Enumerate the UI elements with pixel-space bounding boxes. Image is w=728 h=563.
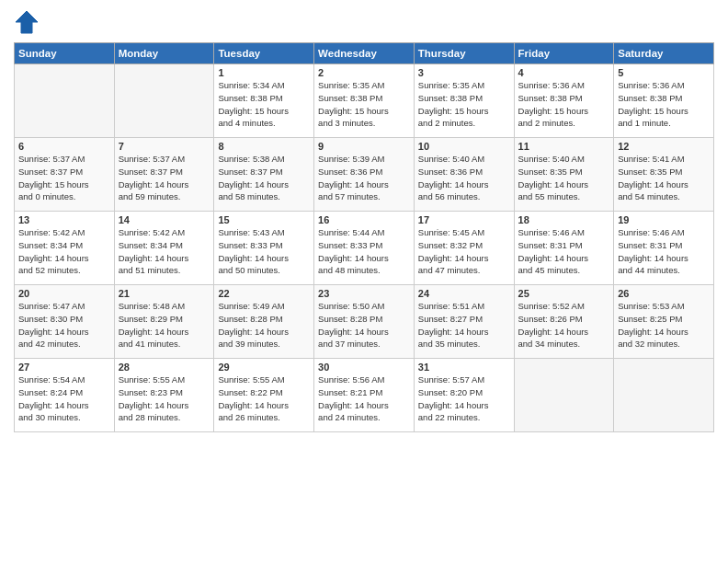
day-number: 7 (119, 141, 210, 152)
weekday-header: Saturday (614, 43, 714, 64)
calendar-cell: 5Sunrise: 5:36 AM Sunset: 8:38 PM Daylig… (614, 64, 714, 138)
calendar-cell: 29Sunrise: 5:55 AM Sunset: 8:22 PM Dayli… (214, 359, 314, 432)
calendar-table: SundayMondayTuesdayWednesdayThursdayFrid… (14, 42, 714, 432)
day-info: Sunrise: 5:49 AM Sunset: 8:28 PM Dayligh… (218, 300, 310, 350)
calendar-cell: 20Sunrise: 5:47 AM Sunset: 8:30 PM Dayli… (15, 285, 115, 359)
calendar-cell: 11Sunrise: 5:40 AM Sunset: 8:35 PM Dayli… (514, 138, 614, 212)
day-number: 9 (318, 141, 410, 152)
weekday-header: Tuesday (214, 43, 314, 64)
day-info: Sunrise: 5:50 AM Sunset: 8:28 PM Dayligh… (318, 300, 410, 350)
day-number: 3 (418, 67, 510, 78)
day-info: Sunrise: 5:40 AM Sunset: 8:36 PM Dayligh… (418, 153, 510, 203)
day-info: Sunrise: 5:39 AM Sunset: 8:36 PM Dayligh… (318, 153, 410, 203)
day-info: Sunrise: 5:54 AM Sunset: 8:24 PM Dayligh… (18, 373, 110, 424)
day-number: 8 (218, 141, 310, 152)
day-number: 4 (518, 67, 610, 78)
calendar-cell: 15Sunrise: 5:43 AM Sunset: 8:33 PM Dayli… (214, 212, 314, 285)
calendar-cell: 23Sunrise: 5:50 AM Sunset: 8:28 PM Dayli… (314, 285, 415, 359)
logo-icon (14, 9, 40, 35)
calendar-cell: 14Sunrise: 5:42 AM Sunset: 8:34 PM Dayli… (114, 212, 214, 285)
day-number: 16 (318, 214, 410, 225)
day-number: 31 (418, 362, 510, 373)
day-number: 23 (318, 288, 410, 299)
calendar-week-row: 6Sunrise: 5:37 AM Sunset: 8:37 PM Daylig… (15, 138, 714, 212)
calendar-cell: 2Sunrise: 5:35 AM Sunset: 8:38 PM Daylig… (314, 64, 415, 138)
day-number: 18 (518, 214, 610, 225)
day-number: 5 (618, 67, 710, 78)
day-number: 24 (418, 288, 510, 299)
day-info: Sunrise: 5:45 AM Sunset: 8:32 PM Dayligh… (418, 226, 510, 277)
day-info: Sunrise: 5:51 AM Sunset: 8:27 PM Dayligh… (418, 300, 510, 350)
day-info: Sunrise: 5:55 AM Sunset: 8:22 PM Dayligh… (218, 373, 310, 424)
logo (14, 9, 43, 35)
calendar-cell: 31Sunrise: 5:57 AM Sunset: 8:20 PM Dayli… (414, 359, 514, 432)
weekday-header: Monday (114, 43, 214, 64)
calendar-cell (114, 64, 214, 138)
day-number: 29 (218, 362, 310, 373)
weekday-header: Friday (514, 43, 614, 64)
day-info: Sunrise: 5:56 AM Sunset: 8:21 PM Dayligh… (318, 373, 410, 424)
day-info: Sunrise: 5:53 AM Sunset: 8:25 PM Dayligh… (618, 300, 710, 350)
calendar-week-row: 27Sunrise: 5:54 AM Sunset: 8:24 PM Dayli… (15, 359, 714, 432)
day-number: 1 (218, 67, 310, 78)
calendar-cell: 24Sunrise: 5:51 AM Sunset: 8:27 PM Dayli… (414, 285, 514, 359)
calendar-cell: 17Sunrise: 5:45 AM Sunset: 8:32 PM Dayli… (414, 212, 514, 285)
calendar-cell: 27Sunrise: 5:54 AM Sunset: 8:24 PM Dayli… (15, 359, 115, 432)
calendar-cell (15, 64, 115, 138)
day-info: Sunrise: 5:46 AM Sunset: 8:31 PM Dayligh… (618, 226, 710, 277)
day-info: Sunrise: 5:40 AM Sunset: 8:35 PM Dayligh… (518, 153, 610, 203)
calendar-cell: 7Sunrise: 5:37 AM Sunset: 8:37 PM Daylig… (114, 138, 214, 212)
calendar-cell: 6Sunrise: 5:37 AM Sunset: 8:37 PM Daylig… (15, 138, 115, 212)
day-number: 30 (318, 362, 410, 373)
day-number: 12 (618, 141, 710, 152)
day-info: Sunrise: 5:35 AM Sunset: 8:38 PM Dayligh… (318, 79, 410, 130)
day-number: 20 (18, 288, 110, 299)
day-info: Sunrise: 5:42 AM Sunset: 8:34 PM Dayligh… (119, 226, 210, 277)
calendar-cell: 12Sunrise: 5:41 AM Sunset: 8:35 PM Dayli… (614, 138, 714, 212)
calendar-cell: 21Sunrise: 5:48 AM Sunset: 8:29 PM Dayli… (114, 285, 214, 359)
page-header (14, 9, 714, 35)
day-number: 10 (418, 141, 510, 152)
day-number: 17 (418, 214, 510, 225)
calendar-cell: 22Sunrise: 5:49 AM Sunset: 8:28 PM Dayli… (214, 285, 314, 359)
day-info: Sunrise: 5:34 AM Sunset: 8:38 PM Dayligh… (218, 79, 310, 130)
calendar-cell: 4Sunrise: 5:36 AM Sunset: 8:38 PM Daylig… (514, 64, 614, 138)
day-number: 28 (119, 362, 210, 373)
day-number: 26 (618, 288, 710, 299)
calendar-cell: 19Sunrise: 5:46 AM Sunset: 8:31 PM Dayli… (614, 212, 714, 285)
calendar-cell: 16Sunrise: 5:44 AM Sunset: 8:33 PM Dayli… (314, 212, 415, 285)
calendar-cell: 28Sunrise: 5:55 AM Sunset: 8:23 PM Dayli… (114, 359, 214, 432)
day-number: 27 (18, 362, 110, 373)
day-number: 11 (518, 141, 610, 152)
day-number: 22 (218, 288, 310, 299)
calendar-cell: 1Sunrise: 5:34 AM Sunset: 8:38 PM Daylig… (214, 64, 314, 138)
header-row: SundayMondayTuesdayWednesdayThursdayFrid… (15, 43, 714, 64)
day-info: Sunrise: 5:44 AM Sunset: 8:33 PM Dayligh… (318, 226, 410, 277)
day-info: Sunrise: 5:46 AM Sunset: 8:31 PM Dayligh… (518, 226, 610, 277)
calendar-cell: 26Sunrise: 5:53 AM Sunset: 8:25 PM Dayli… (614, 285, 714, 359)
day-info: Sunrise: 5:38 AM Sunset: 8:37 PM Dayligh… (218, 153, 310, 203)
calendar-cell: 9Sunrise: 5:39 AM Sunset: 8:36 PM Daylig… (314, 138, 415, 212)
calendar-cell: 3Sunrise: 5:35 AM Sunset: 8:38 PM Daylig… (414, 64, 514, 138)
weekday-header: Wednesday (314, 43, 415, 64)
calendar-cell: 25Sunrise: 5:52 AM Sunset: 8:26 PM Dayli… (514, 285, 614, 359)
day-info: Sunrise: 5:57 AM Sunset: 8:20 PM Dayligh… (418, 373, 510, 424)
day-info: Sunrise: 5:48 AM Sunset: 8:29 PM Dayligh… (119, 300, 210, 350)
calendar-cell: 18Sunrise: 5:46 AM Sunset: 8:31 PM Dayli… (514, 212, 614, 285)
day-number: 15 (218, 214, 310, 225)
day-info: Sunrise: 5:42 AM Sunset: 8:34 PM Dayligh… (18, 226, 110, 277)
day-number: 14 (119, 214, 210, 225)
calendar-header: SundayMondayTuesdayWednesdayThursdayFrid… (15, 43, 714, 64)
day-number: 2 (318, 67, 410, 78)
day-info: Sunrise: 5:35 AM Sunset: 8:38 PM Dayligh… (418, 79, 510, 130)
day-info: Sunrise: 5:52 AM Sunset: 8:26 PM Dayligh… (518, 300, 610, 350)
calendar-week-row: 1Sunrise: 5:34 AM Sunset: 8:38 PM Daylig… (15, 64, 714, 138)
calendar-cell: 30Sunrise: 5:56 AM Sunset: 8:21 PM Dayli… (314, 359, 415, 432)
weekday-header: Thursday (414, 43, 514, 64)
day-info: Sunrise: 5:47 AM Sunset: 8:30 PM Dayligh… (18, 300, 110, 350)
calendar-page: SundayMondayTuesdayWednesdayThursdayFrid… (0, 0, 728, 563)
day-number: 19 (618, 214, 710, 225)
calendar-cell: 13Sunrise: 5:42 AM Sunset: 8:34 PM Dayli… (15, 212, 115, 285)
calendar-cell: 8Sunrise: 5:38 AM Sunset: 8:37 PM Daylig… (214, 138, 314, 212)
day-info: Sunrise: 5:55 AM Sunset: 8:23 PM Dayligh… (119, 373, 210, 424)
